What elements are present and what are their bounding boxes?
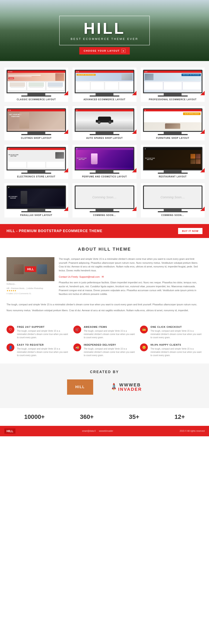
layout-item-perfume[interactable]: TRY TO GET YOURBEST ITEM PERFUME AND COS… <box>72 145 136 179</box>
screen-content-electronics: TRY TO GET YOURBEST ITEM <box>7 148 65 170</box>
monitor-auto <box>72 106 136 135</box>
mini-header-adv <box>76 70 133 73</box>
clothes-hero: GET YOUR BESTITEM EVER <box>7 111 65 129</box>
layout-item-professional[interactable]: DISCOUNT SKI PACKAGES P <box>141 68 205 102</box>
dot-c1 <box>8 110 9 111</box>
layout-item-clothes[interactable]: GET YOUR BESTITEM EVER CLOTHES SHOP LAYO… <box>4 106 68 140</box>
monitor-stand-para <box>27 209 45 211</box>
mini-header-para <box>7 186 65 188</box>
monitor-body-rest: TRY TO GET YOURBEST ITEM <box>143 147 203 170</box>
monitor-stand-elec <box>27 170 45 172</box>
layout-label-perfume: PERFUME AND COSMETICS LAYOUT <box>72 174 136 179</box>
layout-item-parallax[interactable]: GET YOUR BESTITEM EVER PARALLAX SHOP LAY… <box>4 183 68 218</box>
dot-a1 <box>76 71 77 72</box>
screen-content-auto <box>76 109 133 131</box>
monitor-body <box>6 70 66 93</box>
footer-link1[interactable]: smart@data.fi <box>82 430 96 432</box>
monitor-base-adv <box>90 96 120 96</box>
layout-label-restaurant: RESTAURANT LAYOUT <box>141 174 205 179</box>
wheel-l <box>98 121 101 124</box>
thumb-img3 <box>48 82 63 87</box>
screen-clothes: GET YOUR BESTITEM EVER <box>7 109 65 131</box>
about-section: ABOUT HILL THEME HILL Multipurp... Hill … <box>0 238 209 321</box>
layout-label-parallax: PARALLAX SHOP LAYOUT <box>4 212 68 218</box>
monitor-stand <box>27 93 45 96</box>
feature-checkout: 💳 ONE CLICK CHECKOUT The tough, compact … <box>140 326 203 339</box>
layout-item-advanced[interactable]: DISCOUNT SKI PACKAGES <box>72 68 136 102</box>
feature-title-checkout: ONE CLICK CHECKOUT <box>150 326 203 328</box>
monitor-base-clothes <box>21 134 51 135</box>
adv-products <box>76 81 133 91</box>
mini-header-pro <box>144 70 202 73</box>
footer-link2[interactable]: wwwebinvader <box>99 430 113 432</box>
feature-title-delivery: INDEPENDED DELIVERY <box>84 344 136 346</box>
product-thumb2 <box>27 82 45 90</box>
layout-item-auto[interactable]: AUTO SPARES SHOP LAYOUT <box>72 106 136 140</box>
choose-layout-label: CHOOSE YOUR LAYOUT <box>84 50 120 52</box>
monitor-clothes: GET YOUR BESTITEM EVER <box>4 106 68 135</box>
feature-content-items: AWESOME ITEMS The tough, compact and sim… <box>84 326 136 339</box>
monitor-base-elec <box>21 172 51 174</box>
wwweb-label: WWWEB <box>118 383 142 387</box>
hero-subtitle: BEST ECOMMERCE THEME EVER <box>70 37 138 40</box>
dot2 <box>10 71 11 72</box>
buy-now-button[interactable]: BUY IT NOW <box>178 228 203 234</box>
about-contact-row: Contact Us Freely: Support@mail.com ✉ <box>59 274 203 278</box>
about-preview-logo: HILL <box>25 266 36 272</box>
layout-item-restaurant[interactable]: TRY TO GET YOURBEST ITEM <box>141 145 205 179</box>
features-section: 🛡 FREE 24/7 SUPPORT The tough, compact a… <box>0 321 209 364</box>
hero-title: HILL <box>70 20 138 36</box>
pro-ski-img <box>145 74 154 80</box>
furn-product <box>144 122 202 130</box>
monitor-stand-s1 <box>96 209 113 211</box>
screen-perfume: TRY TO GET YOURBEST ITEM <box>76 148 133 170</box>
dot-r1 <box>145 148 146 149</box>
feature-icon-happy: 😊 <box>140 344 148 351</box>
cta-line <box>9 78 13 78</box>
feature-register: 👤 EASY TO REGISTER The tough, compact an… <box>6 344 69 357</box>
feature-content-support: FREE 24/7 SUPPORT The tough, compact and… <box>17 326 69 339</box>
feature-delivery: 🚚 INDEPENDED DELIVERY The tough, compact… <box>73 344 136 357</box>
thumb-text <box>10 87 24 88</box>
stat-number-1: 360+ <box>80 414 94 420</box>
feature-desc-checkout: The tough, compact and simple Verte 15 i… <box>150 329 203 339</box>
screen-furniture: ELITE OFFICE COUCH <box>144 109 202 131</box>
choose-layout-button[interactable]: CHOOSE YOUR LAYOUT ➜ <box>79 47 130 54</box>
product-thumb <box>8 82 26 90</box>
dot-e1 <box>8 148 9 149</box>
layout-item-electronics[interactable]: TRY TO GET YOURBEST ITEM <box>4 145 68 179</box>
feature-title-happy: 99,9% HAPPY CLIENTS <box>150 344 203 346</box>
product-img <box>55 73 64 81</box>
mini-header-rest <box>144 148 202 150</box>
monitor-stand-clothes <box>27 132 45 134</box>
about-content: HILL Multipurp... Hill - Premium Boots..… <box>6 257 203 298</box>
created-title: CREATED BY <box>6 370 203 374</box>
monitor-base-para <box>21 211 51 212</box>
perf-hero: TRY TO GET YOURBEST ITEM <box>76 150 133 168</box>
monitor-body2: DISCOUNT SKI PACKAGES <box>75 70 134 93</box>
layout-label-classic: CLASSIC ECOMMERCE LAYOUT <box>4 96 68 102</box>
food4 <box>196 159 201 164</box>
about-extra2: Nunc nonummy metus. Vestibulum volutpat … <box>6 308 203 312</box>
soon-text-2: Comming Soon.... <box>161 196 185 199</box>
car-container <box>96 116 113 124</box>
couch-shape <box>165 123 180 129</box>
layout-label-soon2: COMMING SOON... <box>141 212 205 218</box>
layout-label-clothes: CLOTHES SHOP LAYOUT <box>4 135 68 140</box>
dot-c2 <box>10 110 11 111</box>
rocket-row: 🚀 WWWEB INVADER <box>111 383 142 392</box>
feature-icon-support: 🛡 <box>6 326 14 334</box>
layout-item-furniture[interactable]: ELITE OFFICE COUCH FURNITURE SHOP LAYOUT <box>141 106 205 140</box>
wheel-r <box>108 121 111 124</box>
footer-copy: 2015 © All rights reserved <box>180 430 205 432</box>
monitor-base-s2 <box>158 211 188 212</box>
dot-pf1 <box>76 148 77 149</box>
camera-img <box>55 152 64 159</box>
stat-item-2: 35+ <box>129 414 139 420</box>
layout-item-classic[interactable]: CLASSIC ECOMMERCE LAYOUT <box>4 68 68 102</box>
pro-p1 <box>145 82 163 90</box>
feature-content-delivery: INDEPENDED DELIVERY The tough, compact a… <box>84 344 136 357</box>
dot3 <box>11 71 12 72</box>
monitor-body-elec: TRY TO GET YOURBEST ITEM <box>6 147 66 170</box>
promo-text: HILL - PREMIUM BOOTSTRAP ECOMMERCE THEME <box>6 229 102 233</box>
